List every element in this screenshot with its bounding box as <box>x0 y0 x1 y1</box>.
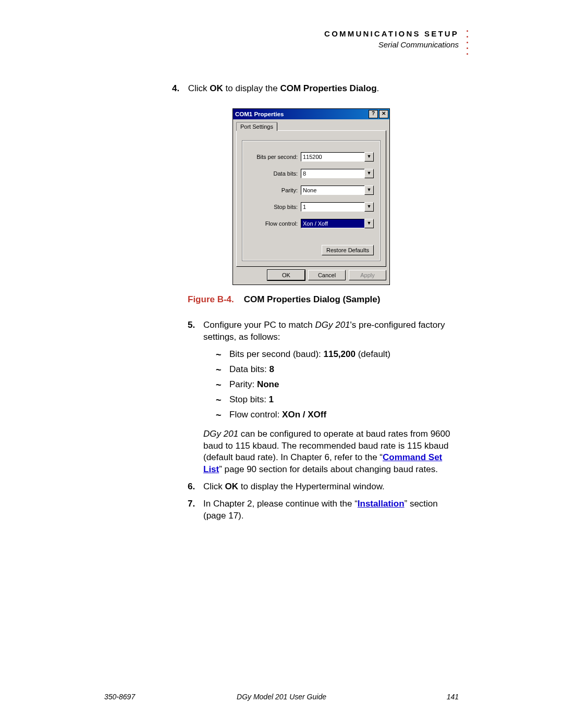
list-item: Bits per second (baud): 115,200 (default… <box>216 349 459 361</box>
stopbits-label: Stop bits: <box>249 204 301 210</box>
chevron-down-icon[interactable]: ▼ <box>364 169 374 178</box>
dialog-title: COM1 Properties <box>235 111 284 117</box>
restore-defaults-button[interactable]: Restore Defaults <box>322 245 374 255</box>
step-6: 6. Click OK to display the Hyperterminal… <box>188 481 459 493</box>
dialog-titlebar: COM1 Properties ? ✕ <box>233 109 389 119</box>
baud-note: DGy 201 can be configured to operate at … <box>188 428 459 476</box>
step-7: 7. In Chapter 2, please continue with th… <box>188 498 459 522</box>
chevron-down-icon[interactable]: ▼ <box>364 202 374 212</box>
chevron-down-icon[interactable]: ▼ <box>364 219 374 228</box>
step-number: 5. <box>188 319 195 331</box>
step-number: 4. <box>172 83 186 94</box>
step-5: 5. Configure your PC to match DGy 201's … <box>188 319 459 343</box>
help-icon[interactable]: ? <box>369 110 378 118</box>
bps-label: Bits per second: <box>249 154 301 160</box>
databits-combo[interactable]: 8 ▼ <box>301 169 374 178</box>
flow-combo[interactable]: Xon / Xoff ▼ <box>301 219 374 228</box>
flow-value: Xon / Xoff <box>301 219 364 228</box>
step-number: 6. <box>188 481 195 493</box>
ok-button[interactable]: OK <box>267 270 305 280</box>
com-properties-dialog: COM1 Properties ? ✕ Port Settings Bits p… <box>232 108 390 285</box>
doc-number: 350-8697 <box>104 693 135 701</box>
chevron-down-icon[interactable]: ▼ <box>364 152 374 162</box>
page-header: COMMUNICATIONS SETUP Serial Communicatio… <box>324 29 459 50</box>
chapter-title: COMMUNICATIONS SETUP <box>324 29 459 39</box>
bps-value: 115200 <box>301 152 364 162</box>
parity-value: None <box>301 186 364 195</box>
product-name: DGy 201 <box>315 320 350 330</box>
figure-title: COM Properties Dialog (Sample) <box>244 294 381 304</box>
list-item: Stop bits: 1 <box>216 394 459 406</box>
flow-label: Flow control: <box>249 220 301 227</box>
parity-label: Parity: <box>249 187 301 193</box>
stopbits-combo[interactable]: 1 ▼ <box>301 202 374 212</box>
step-number: 7. <box>188 498 195 510</box>
stopbits-value: 1 <box>301 202 364 212</box>
figure-label: Figure B-4. <box>188 294 234 304</box>
apply-button[interactable]: Apply <box>349 270 386 280</box>
list-item: Parity: None <box>216 379 459 391</box>
tab-port-settings[interactable]: Port Settings <box>236 122 277 131</box>
page-footer: 350-8697 DGy Model 201 User Guide 141 <box>104 693 459 701</box>
parity-combo[interactable]: None ▼ <box>301 186 374 195</box>
tab-panel: Bits per second: 115200 ▼ Data bits: 8 ▼ <box>236 130 386 267</box>
doc-title: DGy Model 201 User Guide <box>104 693 459 701</box>
cancel-button[interactable]: Cancel <box>308 270 346 280</box>
section-title: Serial Communications <box>324 40 459 50</box>
step-4: 4. Click OK to display the COM Propertie… <box>172 83 443 94</box>
bps-combo[interactable]: 115200 ▼ <box>301 152 374 162</box>
close-icon[interactable]: ✕ <box>379 110 388 118</box>
installation-link[interactable]: Installation <box>358 499 405 509</box>
step-text: Click <box>188 83 210 93</box>
ok-bold: OK <box>210 83 223 93</box>
list-item: Data bits: 8 <box>216 364 459 376</box>
figure-caption: Figure B-4. COM Properties Dialog (Sampl… <box>188 294 459 305</box>
list-item: Flow control: XOn / XOff <box>216 409 459 421</box>
settings-group: Bits per second: 115200 ▼ Data bits: 8 ▼ <box>242 140 381 261</box>
page: COMMUNICATIONS SETUP Serial Communicatio… <box>0 0 563 728</box>
dialog-buttons: OK Cancel Apply <box>233 270 389 285</box>
databits-value: 8 <box>301 169 364 178</box>
page-number: 141 <box>447 693 459 701</box>
content: 4. Click OK to display the COM Propertie… <box>188 83 459 527</box>
settings-list: Bits per second (baud): 115,200 (default… <box>188 349 459 421</box>
product-name: DGy 201 <box>203 429 238 439</box>
tab-bar: Port Settings <box>233 119 389 130</box>
decorative-dots <box>467 30 468 55</box>
databits-label: Data bits: <box>249 170 301 177</box>
chevron-down-icon[interactable]: ▼ <box>364 186 374 195</box>
